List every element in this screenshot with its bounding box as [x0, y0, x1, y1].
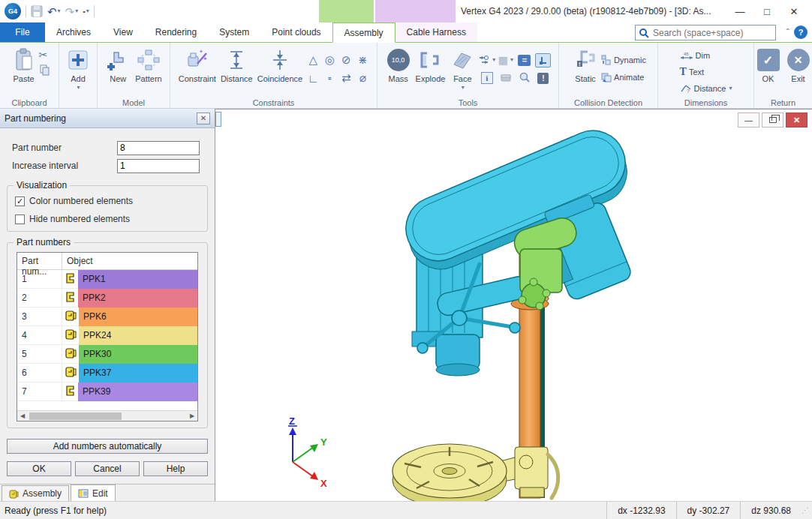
- hide-numbered-checkbox[interactable]: [15, 214, 25, 224]
- increase-interval-input[interactable]: [117, 159, 200, 173]
- magnifier-tool-icon[interactable]: [519, 71, 531, 86]
- close-button[interactable]: ✕: [780, 0, 807, 22]
- column-object[interactable]: Object: [62, 253, 197, 269]
- doc-restore-button[interactable]: [762, 112, 783, 128]
- lock-constraint-icon[interactable]: ⌀: [359, 71, 366, 85]
- equal-values-icon[interactable]: =: [518, 55, 531, 66]
- copy-icon[interactable]: [39, 64, 50, 76]
- concentric-constraint-icon[interactable]: ◎: [325, 53, 335, 67]
- redo-dropdown-icon[interactable]: ▾: [75, 8, 78, 14]
- text-button[interactable]: T Text: [680, 64, 705, 79]
- table-row[interactable]: 1PPK1: [17, 270, 197, 289]
- animate-collision-button[interactable]: Animate: [600, 70, 646, 84]
- angle-constraint-icon[interactable]: △: [308, 53, 317, 67]
- horizontal-scrollbar[interactable]: ◀ ▶: [17, 410, 197, 421]
- table-row[interactable]: 6PPK37: [17, 364, 197, 382]
- perpendicular-constraint-icon[interactable]: ∟: [308, 72, 319, 85]
- panel-title: Part numbering: [5, 113, 66, 124]
- resize-grip[interactable]: ⋰: [801, 506, 812, 514]
- table-row[interactable]: 4PPK24: [17, 326, 197, 345]
- distance-constraint-button[interactable]: Distance: [218, 45, 255, 85]
- face-button[interactable]: Face ▾: [447, 45, 477, 92]
- table-row[interactable]: 5PPK30: [17, 345, 197, 364]
- add-button[interactable]: Add ▾: [63, 45, 93, 92]
- maximize-button[interactable]: □: [753, 0, 780, 22]
- panel-close-button[interactable]: ✕: [197, 112, 210, 124]
- scroll-right-icon[interactable]: ▶: [187, 411, 197, 422]
- table-row[interactable]: 7PPK39: [17, 382, 197, 401]
- pattern-icon: [137, 46, 160, 74]
- scroll-thumb[interactable]: [29, 412, 122, 420]
- panel-help-button[interactable]: Help: [143, 461, 208, 476]
- search-input[interactable]: [653, 28, 772, 38]
- new-button[interactable]: New: [103, 45, 133, 85]
- panel-ok-button[interactable]: OK: [7, 461, 71, 476]
- panel-cancel-button[interactable]: Cancel: [75, 461, 140, 476]
- redo-button[interactable]: ↷▾: [65, 6, 79, 17]
- part-numbers-table[interactable]: Part num... Object 1PPK12PPK23PPK64PPK24…: [17, 252, 198, 422]
- parallel-constraint-icon[interactable]: ⹀: [328, 71, 332, 85]
- tab-cable-harness[interactable]: Cable Harness: [395, 22, 477, 42]
- part-assembly-icon: [65, 310, 77, 324]
- undo-button[interactable]: ↶▾: [47, 6, 61, 17]
- static-collision-button[interactable]: ! Static: [570, 45, 600, 85]
- explode-button[interactable]: Explode: [414, 45, 448, 85]
- column-part-num[interactable]: Part num...: [17, 253, 62, 269]
- tab-view[interactable]: View: [102, 22, 144, 42]
- face-dropdown-icon[interactable]: ▾: [462, 84, 465, 91]
- color-numbered-checkbox[interactable]: ✓: [15, 196, 25, 206]
- customize-qat-button[interactable]: ⹀▾: [83, 8, 89, 16]
- coincidence-button[interactable]: Coincidence: [255, 45, 305, 85]
- viewport-edge-grip[interactable]: [215, 112, 221, 127]
- clamp-handle: [548, 454, 558, 498]
- add-numbers-automatically-button[interactable]: Add numbers automatically: [7, 439, 208, 454]
- table-row[interactable]: 3PPK6: [17, 308, 197, 326]
- tab-file[interactable]: File: [0, 22, 45, 42]
- tangent-constraint-icon[interactable]: ⊘: [341, 53, 351, 67]
- ok-button[interactable]: ✓ OK: [753, 45, 783, 85]
- archive-box-icon[interactable]: [500, 72, 512, 85]
- help-button[interactable]: ?: [794, 26, 807, 39]
- undo-dropdown-icon[interactable]: ▾: [58, 8, 61, 14]
- bottom-tab-assembly[interactable]: Assembly: [2, 485, 69, 501]
- cut-icon[interactable]: ✂: [39, 50, 50, 60]
- color-numbered-row[interactable]: ✓ Color numbered elements: [15, 192, 200, 210]
- tab-rendering[interactable]: Rendering: [144, 22, 208, 42]
- tab-assembly[interactable]: Assembly: [332, 22, 395, 43]
- info-icon[interactable]: i: [481, 72, 493, 84]
- save-icon[interactable]: [31, 5, 43, 17]
- bottom-tab-edit[interactable]: Edit: [71, 484, 116, 501]
- align-constraint-icon[interactable]: ⇄: [341, 71, 351, 85]
- scroll-track[interactable]: [28, 411, 187, 422]
- app-logo-icon[interactable]: G4: [5, 3, 21, 20]
- warning-icon[interactable]: !: [537, 73, 549, 84]
- hide-numbered-row[interactable]: Hide numbered elements: [15, 210, 200, 228]
- table-row[interactable]: 2PPK2: [17, 289, 197, 308]
- doc-close-button[interactable]: ✕: [786, 112, 807, 128]
- dim-button[interactable]: 45 Dim: [680, 48, 711, 62]
- add-dropdown-icon[interactable]: ▾: [77, 84, 80, 91]
- search-box[interactable]: [635, 25, 776, 40]
- constraint-button[interactable]: ✦✦ Constraint: [176, 45, 218, 85]
- pattern-button[interactable]: Pattern: [133, 45, 164, 85]
- distance-dim-button[interactable]: ? Distance ▾: [680, 81, 732, 95]
- tab-archives[interactable]: Archives: [45, 22, 102, 42]
- exit-button[interactable]: ✕ Exit: [783, 45, 812, 85]
- symmetry-constraint-icon[interactable]: ⋇: [358, 53, 368, 67]
- paste-button[interactable]: Paste: [9, 45, 39, 85]
- doc-minimize-button[interactable]: —: [738, 112, 759, 128]
- dynamic-collision-button[interactable]: Dynamic: [600, 52, 646, 67]
- collapse-ribbon-icon[interactable]: ⌃: [785, 27, 791, 35]
- table-tool-icon[interactable]: ▦▾: [498, 55, 513, 65]
- mass-button[interactable]: 10,0 Mass: [383, 45, 414, 85]
- part-numbering-tool-active[interactable]: [535, 53, 551, 68]
- tab-point-clouds[interactable]: Point clouds: [260, 22, 332, 42]
- z-axis-label: Z: [289, 416, 295, 427]
- minimize-button[interactable]: —: [726, 0, 753, 22]
- part-number-input[interactable]: [117, 141, 200, 155]
- measure-chain-icon[interactable]: ▾: [478, 54, 495, 66]
- viewport-3d[interactable]: — ✕: [215, 109, 812, 501]
- tab-system[interactable]: System: [208, 22, 260, 42]
- distance-dropdown-icon[interactable]: ▾: [729, 85, 732, 92]
- scroll-left-icon[interactable]: ◀: [17, 411, 28, 422]
